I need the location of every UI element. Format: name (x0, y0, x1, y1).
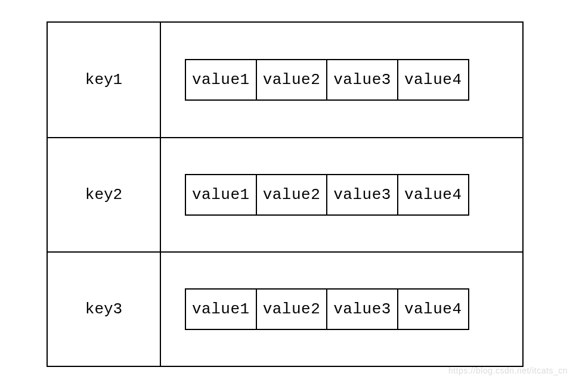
key-cell: key1 (48, 23, 161, 137)
diagram-table: key1 value1 value2 value3 value4 key2 va… (47, 21, 524, 367)
value-label: value2 (263, 186, 321, 204)
value-item: value4 (397, 59, 469, 101)
value-item: value2 (256, 288, 328, 330)
value-label: value2 (263, 300, 321, 318)
watermark-text: https://blog.csdn.net/itcats_cn (448, 366, 568, 375)
value-label: value4 (404, 71, 462, 89)
value-item: value3 (326, 174, 398, 216)
value-list: value1 value2 value3 value4 (185, 174, 469, 216)
value-item: value2 (256, 174, 328, 216)
value-label: value1 (192, 71, 250, 89)
key-cell: key2 (48, 138, 161, 251)
key-label: key2 (85, 186, 122, 204)
table-row: key1 value1 value2 value3 value4 (48, 23, 522, 137)
values-cell: value1 value2 value3 value4 (161, 253, 522, 366)
key-label: key1 (85, 71, 122, 89)
key-label: key3 (85, 300, 122, 318)
value-label: value2 (263, 71, 321, 89)
value-label: value3 (333, 186, 391, 204)
value-label: value3 (333, 71, 391, 89)
value-label: value1 (192, 186, 250, 204)
value-item: value4 (397, 174, 469, 216)
value-label: value4 (404, 300, 462, 318)
value-label: value1 (192, 300, 250, 318)
value-list: value1 value2 value3 value4 (185, 59, 469, 101)
value-label: value4 (404, 186, 462, 204)
values-cell: value1 value2 value3 value4 (161, 23, 522, 137)
value-item: value1 (185, 59, 257, 101)
value-list: value1 value2 value3 value4 (185, 288, 469, 330)
value-item: value3 (326, 288, 398, 330)
table-row: key3 value1 value2 value3 value4 (48, 251, 522, 366)
key-cell: key3 (48, 253, 161, 366)
value-item: value4 (397, 288, 469, 330)
value-item: value1 (185, 288, 257, 330)
value-item: value1 (185, 174, 257, 216)
values-cell: value1 value2 value3 value4 (161, 138, 522, 251)
value-label: value3 (333, 300, 391, 318)
value-item: value3 (326, 59, 398, 101)
table-row: key2 value1 value2 value3 value4 (48, 137, 522, 251)
value-item: value2 (256, 59, 328, 101)
